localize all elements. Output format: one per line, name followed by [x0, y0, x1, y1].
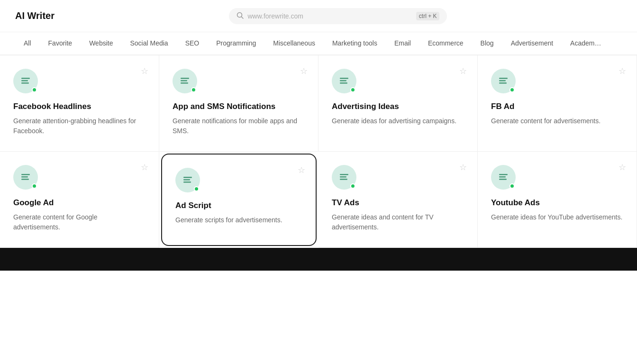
card-desc: Generate ideas for advertising campaigns…	[332, 116, 464, 126]
svg-rect-22	[340, 179, 347, 180]
status-dot	[194, 186, 199, 191]
cards-grid: ☆ Facebook Headlines Generate attention-…	[0, 55, 637, 248]
star-icon[interactable]: ☆	[459, 162, 467, 173]
svg-rect-13	[499, 82, 507, 84]
status-dot	[350, 183, 355, 189]
svg-rect-20	[340, 174, 348, 175]
tab-social-media[interactable]: Social Media	[121, 33, 176, 55]
card-icon-tv-ads	[332, 165, 356, 190]
svg-rect-5	[181, 78, 189, 79]
status-dot	[32, 183, 37, 189]
nav-tabs: All Favorite Website Social Media SEO Pr…	[0, 32, 637, 55]
svg-rect-18	[183, 179, 190, 181]
svg-rect-9	[340, 80, 346, 82]
card-desc: Generate content for Google advertisemen…	[13, 212, 146, 232]
card-ad-script[interactable]: ☆ Ad Script Generate scripts for adverti…	[161, 154, 317, 246]
card-title: FB Ad	[491, 102, 623, 111]
card-title: Facebook Headlines	[13, 102, 146, 111]
card-icon-youtube-ads	[491, 165, 516, 190]
card-advertising-ideas[interactable]: ☆ Advertising Ideas Generate ideas for a…	[318, 55, 478, 152]
star-icon[interactable]: ☆	[300, 66, 308, 76]
tab-ecommerce[interactable]: Ecommerce	[419, 33, 472, 55]
card-desc: Generate scripts for advertisements.	[175, 215, 302, 225]
star-icon[interactable]: ☆	[298, 165, 305, 175]
card-icon-google-ad	[13, 165, 38, 190]
svg-rect-12	[499, 80, 506, 82]
svg-rect-11	[499, 78, 508, 79]
tab-miscellaneous[interactable]: Miscellaneous	[264, 33, 324, 55]
card-desc: Generate ideas and content for TV advert…	[332, 212, 464, 232]
tab-favorite[interactable]: Favorite	[40, 33, 81, 55]
status-dot	[32, 87, 37, 92]
card-tv-ads[interactable]: ☆ TV Ads Generate ideas and content for …	[318, 152, 478, 248]
svg-rect-3	[21, 80, 28, 82]
star-icon[interactable]: ☆	[619, 66, 626, 76]
star-icon[interactable]: ☆	[459, 66, 467, 76]
svg-rect-16	[21, 179, 29, 180]
status-dot	[510, 87, 515, 92]
footer-bar	[0, 248, 637, 271]
card-desc: Generate attention-grabbing headlines fo…	[13, 116, 146, 136]
tab-marketing-tools[interactable]: Marketing tools	[324, 33, 386, 55]
search-icon	[237, 12, 244, 20]
status-dot	[191, 87, 196, 92]
tab-all[interactable]: All	[15, 33, 40, 55]
svg-rect-2	[21, 78, 30, 79]
card-fb-ad[interactable]: ☆ FB Ad Generate content for advertiseme…	[478, 55, 637, 152]
card-desc: Generate ideas for YouTube advertisement…	[491, 212, 623, 222]
card-icon-app-sms	[173, 69, 197, 93]
svg-rect-19	[183, 182, 191, 183]
card-title: Advertising Ideas	[332, 102, 464, 111]
status-dot	[350, 87, 355, 92]
svg-line-1	[242, 17, 244, 18]
svg-rect-15	[21, 176, 28, 178]
tab-programming[interactable]: Programming	[208, 33, 264, 55]
card-youtube-ads[interactable]: ☆ Youtube Ads Generate ideas for YouTube…	[478, 152, 637, 248]
card-google-ad[interactable]: ☆ Google Ad Generate content for Google …	[0, 152, 159, 248]
star-icon[interactable]: ☆	[619, 162, 626, 173]
search-field[interactable]: www.forewrite.com ctrl + K	[229, 8, 447, 24]
card-title: TV Ads	[332, 198, 464, 208]
svg-rect-23	[499, 174, 508, 175]
svg-rect-24	[499, 176, 506, 178]
star-icon[interactable]: ☆	[141, 66, 148, 76]
svg-rect-4	[21, 82, 29, 84]
card-title: Youtube Ads	[491, 198, 623, 208]
tab-advertisement[interactable]: Advertisement	[502, 33, 562, 55]
svg-rect-8	[340, 78, 348, 79]
card-desc: Generate content for advertisements.	[491, 116, 623, 126]
card-icon-advertising-ideas	[332, 69, 356, 93]
search-bar-container: www.forewrite.com ctrl + K	[55, 8, 622, 24]
card-icon-facebook-headlines	[13, 69, 38, 93]
tab-email[interactable]: Email	[386, 33, 419, 55]
star-icon[interactable]: ☆	[141, 162, 148, 173]
svg-rect-25	[499, 179, 507, 180]
svg-rect-21	[340, 176, 346, 178]
card-icon-fb-ad	[491, 69, 516, 93]
svg-rect-17	[183, 177, 192, 178]
tab-seo[interactable]: SEO	[177, 33, 208, 55]
svg-rect-6	[181, 80, 187, 82]
tab-website[interactable]: Website	[81, 33, 121, 55]
tab-academ[interactable]: Academ…	[562, 33, 610, 55]
svg-rect-14	[21, 174, 30, 175]
app-logo: AI Writer	[15, 10, 55, 21]
tab-blog[interactable]: Blog	[472, 33, 502, 55]
card-icon-ad-script	[175, 168, 200, 192]
header: AI Writer www.forewrite.com ctrl + K	[0, 0, 637, 32]
card-app-sms[interactable]: ☆ App and SMS Notifications Generate not…	[159, 55, 318, 152]
svg-rect-10	[340, 82, 347, 84]
card-facebook-headlines[interactable]: ☆ Facebook Headlines Generate attention-…	[0, 55, 159, 152]
card-title: Google Ad	[13, 198, 146, 208]
card-desc: Generate notifications for mobile apps a…	[173, 116, 305, 136]
svg-rect-7	[181, 82, 188, 84]
search-placeholder: www.forewrite.com	[247, 12, 412, 20]
card-title: Ad Script	[175, 201, 302, 210]
search-shortcut: ctrl + K	[416, 12, 440, 20]
status-dot	[510, 183, 515, 189]
card-title: App and SMS Notifications	[173, 102, 305, 111]
